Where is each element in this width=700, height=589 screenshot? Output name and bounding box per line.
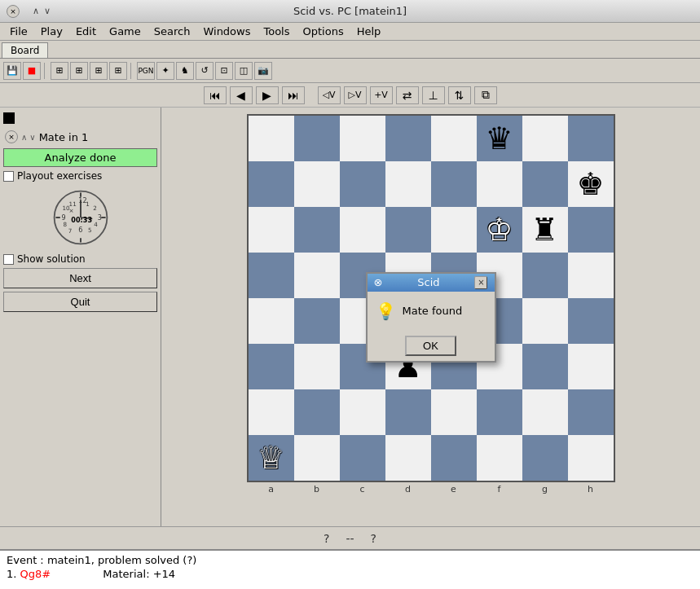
toolbar-t2[interactable]: ♞ (176, 62, 194, 80)
mate-header: × ∧ ∨ Mate in 1 (3, 129, 157, 145)
bottom-question-right: ? (371, 532, 376, 545)
nav-swap[interactable]: ⇄ (396, 86, 419, 104)
menu-play[interactable]: Play (34, 24, 69, 38)
close-button[interactable]: × (7, 5, 20, 18)
next-arrow[interactable]: ∨ (44, 6, 51, 16)
toolbar-separator-1 (44, 63, 47, 79)
scid-dialog: ⊗ Scid × 💡 Mate found OK (366, 272, 496, 363)
menu-file[interactable]: File (3, 24, 34, 38)
move-value: Qg8# (20, 568, 51, 580)
tab-board[interactable]: Board (2, 42, 48, 58)
toolbar-t3[interactable]: ↺ (196, 62, 214, 80)
svg-text:8: 8 (63, 221, 67, 228)
toolbar-t4[interactable]: ⊡ (215, 62, 233, 80)
svg-text:4: 4 (94, 221, 98, 228)
menu-search[interactable]: Search (147, 24, 197, 38)
main-area: × ∧ ∨ Mate in 1 Analyze done Playout exe… (0, 108, 700, 526)
show-solution-row: Show solution (3, 253, 157, 265)
toolbar-t5[interactable]: ◫ (235, 62, 253, 80)
nav-prev[interactable]: ◀ (230, 86, 253, 104)
menu-edit[interactable]: Edit (69, 24, 103, 38)
nav-toolbar: ⏮ ◀ ▶ ⏭ ◁V ▷V +V ⇄ ⊥ ⇅ ⧉ (0, 83, 700, 108)
nav-var-next[interactable]: ▷V (344, 86, 367, 104)
black-square-indicator (3, 112, 15, 124)
event-label: Event : (7, 554, 44, 566)
dialog-title: Scid (417, 276, 439, 288)
show-solution-label: Show solution (17, 253, 86, 265)
dialog-footer: OK (368, 331, 495, 361)
dialog-titlebar: ⊗ Scid × (368, 274, 495, 292)
toolbar-pgn[interactable]: PGN (137, 62, 155, 80)
titlebar-buttons: × ∧ ∨ (7, 5, 51, 18)
status-line2: 1. Qg8# Material: +14 (7, 568, 693, 580)
window-title: Scid vs. PC [matein1] (293, 5, 407, 17)
main-toolbar: 💾 ■ ⊞ ⊞ ⊞ ⊞ PGN ✦ ♞ ↺ ⊡ ◫ 📷 (0, 59, 700, 83)
svg-text:7: 7 (68, 227, 72, 235)
bottom-bar: ? -- ? (0, 526, 700, 549)
dialog-message: Mate found (403, 305, 463, 317)
menu-tools[interactable]: Tools (257, 24, 296, 38)
toolbar-t6[interactable]: 📷 (254, 62, 272, 80)
menu-game[interactable]: Game (103, 24, 147, 38)
svg-text:3: 3 (97, 213, 101, 222)
mate-down-arrow[interactable]: ∨ (29, 133, 35, 142)
mate-up-arrow[interactable]: ∧ (21, 133, 27, 142)
tabbar: Board (0, 41, 700, 59)
nav-var-add[interactable]: +V (370, 86, 393, 104)
dialog-overlay: ⊗ Scid × 💡 Mate found OK (161, 108, 700, 526)
dialog-close-icon: ⊗ (374, 276, 383, 288)
clock-area: 12 6 9 3 1 2 4 5 11 10 8 7 × 00:33 (3, 185, 157, 250)
playout-label: Playout exercises (17, 170, 102, 182)
mate-nav-arrows: ∧ ∨ (21, 133, 36, 142)
next-button[interactable]: Next (3, 268, 157, 288)
show-solution-checkbox[interactable] (3, 254, 14, 265)
menu-options[interactable]: Options (297, 24, 350, 38)
nav-flip[interactable]: ⊥ (422, 86, 445, 104)
svg-text:6: 6 (78, 226, 82, 234)
toolbar-separator-2 (130, 63, 134, 79)
toolbar-db1[interactable]: ⊞ (51, 62, 68, 80)
toolbar-db2[interactable]: ⊞ (70, 62, 88, 80)
bottom-dash: -- (346, 532, 354, 545)
titlebar-nav: ∧ ∨ (33, 6, 51, 16)
clock-svg: 12 6 9 3 1 2 4 5 11 10 8 7 × 00:33 (48, 188, 113, 247)
svg-text:2: 2 (93, 204, 97, 212)
svg-text:×: × (68, 207, 73, 214)
quit-button[interactable]: Quit (3, 292, 157, 312)
analyze-done-label: Analyze done (3, 148, 157, 167)
toolbar-db3[interactable]: ⊞ (90, 62, 108, 80)
prev-arrow[interactable]: ∧ (33, 6, 39, 16)
toolbar-save-btn[interactable]: 💾 (3, 62, 21, 80)
toolbar-t1[interactable]: ✦ (156, 62, 174, 80)
status-line1: Event : matein1, problem solved (?) (7, 554, 693, 566)
dialog-close-button[interactable]: × (474, 276, 487, 289)
menu-help[interactable]: Help (350, 24, 388, 38)
toolbar-stop-btn[interactable]: ■ (23, 62, 41, 80)
menu-windows[interactable]: Windows (196, 24, 257, 38)
playout-checkbox[interactable] (3, 171, 14, 182)
mate-title: Mate in 1 (39, 131, 89, 143)
mate-close-button[interactable]: × (5, 130, 18, 143)
dialog-body: 💡 Mate found (368, 292, 495, 331)
bottom-question-left: ? (324, 532, 329, 545)
toolbar-db4[interactable]: ⊞ (109, 62, 127, 80)
dialog-ok-button[interactable]: OK (405, 336, 456, 356)
titlebar: × ∧ ∨ Scid vs. PC [matein1] (0, 0, 700, 23)
board-area: ♛♚♔♜♟♟♕ a b c d e f g h ⊗ Scid × 💡 Mate … (161, 108, 700, 526)
nav-next[interactable]: ▶ (256, 86, 279, 104)
move-label: 1. (7, 568, 16, 580)
playout-row: Playout exercises (3, 170, 157, 182)
nav-last[interactable]: ⏭ (282, 86, 305, 104)
event-value: matein1, problem solved (?) (47, 554, 197, 566)
svg-text:1: 1 (86, 200, 90, 208)
dialog-info-icon: 💡 (376, 301, 396, 321)
nav-rotate[interactable]: ⇅ (448, 86, 471, 104)
menubar: File Play Edit Game Search Windows Tools… (0, 23, 700, 41)
nav-var-prev[interactable]: ◁V (318, 86, 341, 104)
material-label: Material: +14 (103, 568, 175, 580)
svg-text:00:33: 00:33 (71, 216, 92, 224)
status-area: Event : matein1, problem solved (?) 1. Q… (0, 549, 700, 589)
nav-first[interactable]: ⏮ (204, 86, 227, 104)
svg-text:5: 5 (88, 226, 92, 234)
nav-copy[interactable]: ⧉ (474, 86, 497, 104)
